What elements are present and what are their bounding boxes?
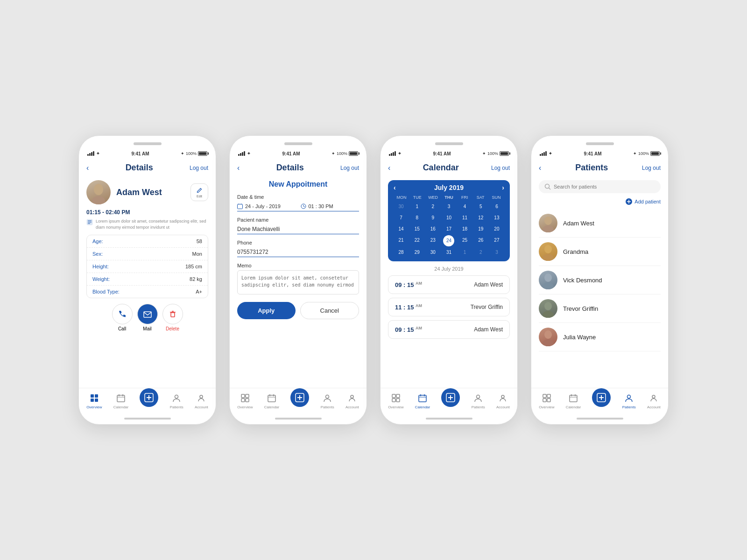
patient-item-1[interactable]: Adam West (539, 209, 661, 238)
time-display-1: 9:41 AM (131, 151, 149, 156)
cal-day[interactable]: 18 (458, 224, 472, 234)
svg-rect-33 (268, 395, 275, 402)
prev-month-btn[interactable]: ‹ (394, 184, 396, 191)
nav-add-2[interactable] (290, 395, 309, 407)
patient-item-4[interactable]: Trevor Griffin (539, 294, 661, 323)
cal-day[interactable]: 31 (441, 247, 456, 258)
cal-day[interactable]: 8 (409, 213, 424, 223)
svg-rect-43 (396, 394, 400, 398)
back-button-2[interactable]: ‹ (237, 164, 240, 172)
cancel-button[interactable]: Cancel (300, 302, 359, 319)
nav-patients-2[interactable]: Patients (321, 392, 334, 409)
cal-day[interactable]: 9 (425, 213, 440, 223)
nav-calendar-1[interactable]: Calendar (113, 392, 128, 409)
svg-rect-74 (570, 395, 577, 402)
svg-rect-31 (241, 399, 245, 402)
phone-input[interactable] (237, 247, 359, 257)
cal-day[interactable]: 22 (409, 235, 424, 246)
cal-day[interactable]: 23 (425, 235, 440, 246)
nav-account-2[interactable]: Account (345, 392, 359, 409)
bottom-nav-1: Overview Calendar Patients Account (79, 388, 216, 415)
logout-button-1[interactable]: Log out (190, 165, 208, 171)
cal-day[interactable]: 16 (425, 224, 440, 234)
cal-day[interactable]: 30 (425, 247, 440, 258)
cal-day-today[interactable]: 24 (443, 235, 454, 246)
search-input[interactable] (554, 184, 655, 189)
cal-day[interactable]: 6 (489, 202, 504, 212)
cal-day[interactable]: 14 (394, 224, 409, 234)
nav-calendar-3[interactable]: Calendar (415, 392, 430, 409)
appt-slot-1[interactable]: 09 : 15 AM Adam West (388, 275, 510, 294)
cal-day[interactable]: 1 (458, 247, 472, 258)
cal-day[interactable]: 29 (409, 247, 424, 258)
back-button-4[interactable]: ‹ (539, 164, 541, 172)
cal-day[interactable]: 2 (425, 202, 440, 212)
cal-day[interactable]: 30 (394, 202, 409, 212)
edit-button[interactable]: Edit (190, 183, 208, 201)
svg-point-81 (627, 395, 631, 399)
nav-account-4[interactable]: Account (647, 392, 661, 409)
delete-button[interactable]: Delete (162, 304, 183, 331)
patient-item-5[interactable]: Julia Wayne (539, 323, 661, 351)
nav-add-4[interactable] (592, 395, 611, 407)
cal-day[interactable]: 28 (394, 247, 409, 258)
nav-calendar-4[interactable]: Calendar (566, 392, 581, 409)
nav-overview-2[interactable]: Overview (237, 392, 253, 409)
cal-day[interactable]: 21 (394, 235, 409, 246)
logout-button-2[interactable]: Log out (340, 165, 359, 171)
cal-day[interactable]: 19 (473, 224, 488, 234)
nav-add-1[interactable] (140, 395, 158, 407)
back-button-1[interactable]: ‹ (86, 164, 89, 172)
cal-day[interactable]: 11 (458, 213, 472, 223)
cal-day[interactable]: 1 (409, 202, 424, 212)
cal-day[interactable]: 20 (489, 224, 504, 234)
cal-day[interactable]: 27 (489, 235, 504, 246)
nav-overview-3[interactable]: Overview (388, 392, 403, 409)
cal-day[interactable]: 13 (489, 213, 504, 223)
time-field[interactable]: 01 : 30 PM (301, 203, 359, 209)
cal-day[interactable]: 17 (441, 224, 456, 234)
next-month-btn[interactable]: › (502, 184, 504, 191)
cal-day[interactable]: 2 (473, 247, 488, 258)
logout-button-3[interactable]: Log out (491, 165, 510, 171)
nav-overview-4[interactable]: Overview (539, 392, 554, 409)
cal-day[interactable]: 15 (409, 224, 424, 234)
appt-slot-2[interactable]: 11 : 15 AM Trevor Griffin (388, 298, 510, 316)
phone-3: ✦ 9:41 AM ✦ 100% ‹ Calendar Log out ‹ Ju… (380, 135, 518, 425)
nav-patients-1[interactable]: Patients (170, 392, 183, 409)
cal-day[interactable]: 25 (458, 235, 472, 246)
svg-rect-12 (91, 399, 94, 402)
patient-item-2[interactable]: Grandma (539, 238, 661, 266)
cal-day[interactable]: 3 (489, 247, 504, 258)
svg-point-82 (652, 395, 655, 398)
cal-day[interactable]: 7 (394, 213, 409, 223)
call-button[interactable]: Call (112, 304, 133, 331)
nav-calendar-2[interactable]: Calendar (264, 392, 279, 409)
date-field[interactable]: 24 - July - 2019 (237, 203, 296, 209)
add-patient-button[interactable]: Add patient (539, 198, 661, 205)
patient-name-input[interactable] (237, 224, 359, 234)
cal-day[interactable]: 10 (441, 213, 456, 223)
mail-button[interactable]: Mail (137, 304, 158, 331)
nav-account-3[interactable]: Account (496, 392, 510, 409)
nav-add-3[interactable] (441, 395, 460, 407)
svg-rect-32 (246, 399, 249, 402)
patient-item-3[interactable]: Vick Desmond (539, 266, 661, 294)
memo-input[interactable]: Lorem ipsum dolor sit amet, consetetur s… (237, 270, 359, 294)
svg-point-64 (544, 273, 552, 282)
nav-patients-3[interactable]: Patients (472, 392, 485, 409)
nav-overview-1[interactable]: Overview (86, 392, 102, 409)
cal-day[interactable]: 26 (473, 235, 488, 246)
patient-name-item-4: Trevor Griffin (563, 305, 598, 312)
search-bar[interactable] (539, 180, 661, 193)
cal-day[interactable]: 5 (473, 202, 488, 212)
cal-day[interactable]: 3 (441, 202, 456, 212)
back-button-3[interactable]: ‹ (388, 164, 390, 172)
cal-day[interactable]: 4 (458, 202, 472, 212)
appt-slot-3[interactable]: 09 : 15 AM Adam West (388, 320, 510, 339)
nav-patients-4[interactable]: Patients (622, 392, 636, 409)
nav-account-1[interactable]: Account (195, 392, 208, 409)
logout-button-4[interactable]: Log out (642, 165, 661, 171)
cal-day[interactable]: 12 (473, 213, 488, 223)
apply-button[interactable]: Apply (237, 302, 296, 319)
